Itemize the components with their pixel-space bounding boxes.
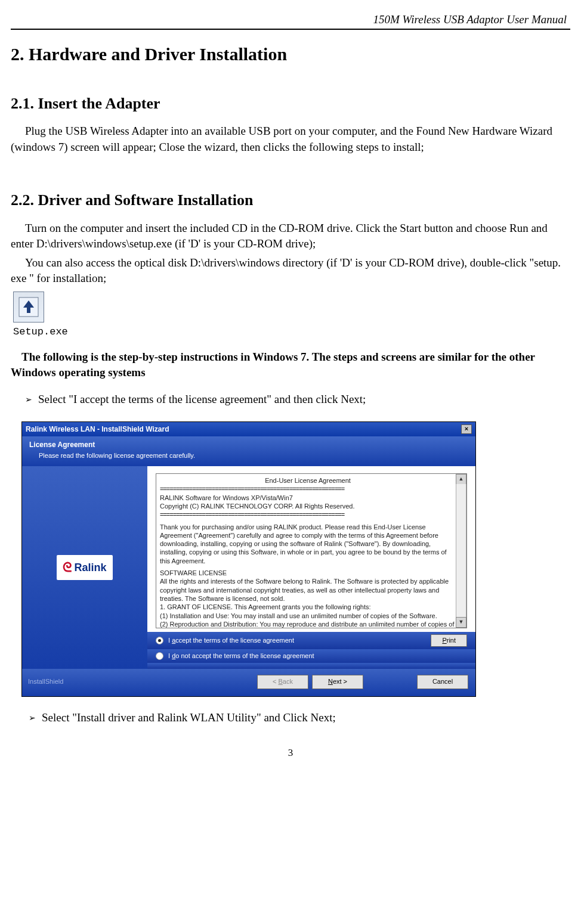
radio-reject-circle[interactable] (156, 652, 163, 660)
eula-para-3c: (2) Reproduction and Distribution: You m… (160, 620, 456, 628)
bullet-install-utility-text: Select "Install driver and Ralink WLAN U… (42, 710, 336, 725)
bold-instruction-note: The following is the step-by-step instru… (11, 349, 570, 380)
radio-accept-row[interactable]: I accept the terms of the license agreem… (147, 632, 475, 649)
wizard-subheader-desc: Please read the following license agreem… (29, 451, 468, 460)
radio-gap (147, 663, 475, 669)
radio-accept-label: I accept the terms of the license agreem… (168, 636, 431, 645)
subsection-2-1-title: 2.1. Insert the Adapter (11, 93, 570, 114)
page-header: 150M Wireless USB Adaptor User Manual (11, 12, 570, 30)
ralink-swirl-icon: ᘓ (63, 559, 72, 576)
bullet-marker-icon: ➢ (29, 712, 36, 724)
ralink-logo: ᘓ Ralink (57, 555, 112, 580)
subsection-2-2-para-1: Turn on the computer and insert the incl… (11, 221, 570, 252)
cancel-button[interactable]: Cancel (417, 675, 468, 689)
wizard-sidebar: ᘓ Ralink (22, 466, 147, 669)
wizard-title-text: Ralink Wireless LAN - InstallShield Wiza… (26, 424, 169, 435)
installer-arrow-icon (18, 297, 39, 317)
print-button[interactable]: Print (431, 634, 467, 647)
scroll-down-button[interactable]: ▼ (456, 617, 466, 628)
eula-divider-2: ========================================… (160, 510, 456, 519)
subsection-2-1-para-1: Plug the USB Wireless Adapter into an av… (11, 123, 570, 154)
wizard-footer: InstallShield < Back Next > Cancel (22, 669, 475, 696)
install-wizard-window: Ralink Wireless LAN - InstallShield Wiza… (21, 421, 476, 697)
ralink-logo-text: Ralink (74, 560, 106, 575)
wizard-close-button[interactable]: × (461, 424, 472, 434)
setup-exe-icon (13, 292, 44, 323)
wizard-titlebar: Ralink Wireless LAN - InstallShield Wiza… (22, 422, 475, 437)
radio-accept-circle[interactable] (156, 637, 163, 644)
setup-exe-icon-block: Setup.exe (13, 292, 570, 339)
radio-reject-row[interactable]: I do not accept the terms of the license… (147, 649, 475, 663)
eula-textbox[interactable]: ▲ ▼ End-User License Agreement =========… (156, 473, 467, 628)
scroll-track[interactable] (456, 484, 466, 618)
wizard-subheader-title: License Agreement (29, 440, 468, 450)
wizard-subheader: License Agreement Please read the follow… (22, 436, 475, 466)
wizard-body: ᘓ Ralink ▲ ▼ End-User License Agreement … (22, 466, 475, 669)
eula-title: End-User License Agreement (160, 476, 456, 485)
scroll-up-button[interactable]: ▲ (456, 474, 466, 485)
bullet-accept-license: ➢ Select "I accept the terms of the lice… (25, 392, 570, 407)
bullet-marker-icon: ➢ (25, 394, 32, 405)
section-title: 2. Hardware and Driver Installation (11, 42, 570, 66)
eula-line-1: RALINK Software for Windows XP/Vista/Win… (160, 494, 456, 502)
subsection-2-2-para-2: You can also access the optical disk D:\… (11, 255, 570, 286)
eula-line-2: Copyright (C) RALINK TECHNOLOGY CORP. Al… (160, 502, 456, 510)
radio-reject-label: I do not accept the terms of the license… (168, 652, 467, 661)
wizard-content: ▲ ▼ End-User License Agreement =========… (147, 466, 475, 669)
next-button[interactable]: Next > (312, 675, 363, 689)
back-button[interactable]: < Back (257, 675, 308, 689)
eula-para-3b: (1) Installation and Use: You may instal… (160, 612, 456, 620)
header-title: 150M Wireless USB Adaptor User Manual (373, 12, 567, 27)
page-number: 3 (11, 746, 570, 759)
eula-para-2: All the rights and interests of the Soft… (160, 577, 456, 603)
eula-divider-1: ========================================… (160, 485, 456, 493)
eula-para-3a: 1. GRANT OF LICENSE. This Agreement gran… (160, 603, 456, 611)
setup-exe-label: Setup.exe (13, 325, 570, 339)
bullet-install-utility: ➢ Select "Install driver and Ralink WLAN… (29, 710, 570, 725)
installshield-label: InstallShield (28, 677, 63, 686)
eula-heading-2: SOFTWARE LICENSE (160, 569, 456, 577)
subsection-2-2-title: 2.2. Driver and Software Installation (11, 190, 570, 211)
bullet-accept-license-text: Select "I accept the terms of the licens… (38, 392, 366, 407)
eula-para-1: Thank you for purchasing and/or using RA… (160, 523, 456, 565)
